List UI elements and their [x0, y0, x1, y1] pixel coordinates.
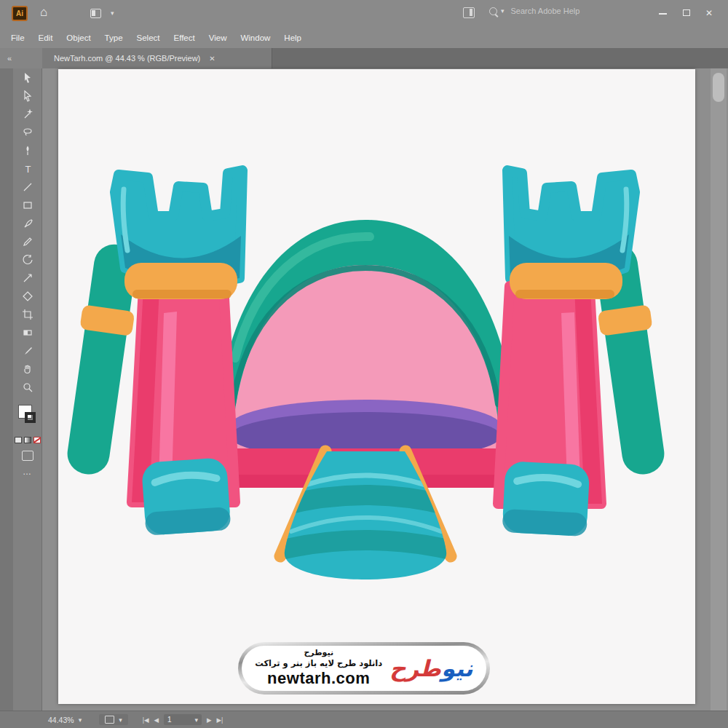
- artboard[interactable]: نیوطرح نیوطرح دانلود طرح لایه باز بنر و …: [58, 69, 695, 704]
- direct-selection-tool[interactable]: [13, 87, 42, 105]
- artboard-caret-icon: ▾: [119, 716, 122, 724]
- next-artboard-button[interactable]: ▶: [207, 716, 212, 724]
- scale-tool-icon: [22, 272, 33, 284]
- lasso-tool-icon: [22, 127, 33, 138]
- rotate-tool-icon: [22, 254, 33, 266]
- artboard-name-dropdown[interactable]: ▾: [99, 714, 128, 725]
- right-foot: [502, 461, 590, 537]
- rectangle-tool-icon: [22, 199, 33, 211]
- workspace-icon[interactable]: [463, 7, 475, 18]
- collapse-icon: «: [7, 54, 12, 63]
- edit-toolbar-icon[interactable]: …: [13, 467, 41, 477]
- color-chip[interactable]: [15, 437, 22, 443]
- rotate-tool[interactable]: [13, 250, 42, 269]
- menu-help[interactable]: Help: [284, 33, 301, 42]
- menu-view[interactable]: View: [209, 33, 227, 42]
- line-segment-tool-icon: [22, 181, 33, 193]
- gradient-tool-icon: [22, 327, 33, 339]
- watermark-logo-red: طرح: [389, 655, 441, 681]
- gradient-chip[interactable]: [24, 437, 31, 443]
- home-icon[interactable]: ⌂: [40, 5, 47, 20]
- previous-artboard-button[interactable]: ◀: [154, 716, 159, 724]
- dock-strip: [0, 68, 13, 711]
- watermark-badge: نیوطرح نیوطرح دانلود طرح لایه باز بنر و …: [238, 642, 490, 695]
- zoom-level-value: 44.43%: [48, 716, 74, 724]
- pen-tool[interactable]: [13, 141, 42, 159]
- gradient-tool[interactable]: [13, 323, 42, 341]
- artboard-number-caret-icon: ▾: [194, 716, 198, 724]
- search-icon: [489, 7, 497, 15]
- artboard-tool-icon: [22, 309, 33, 320]
- zoom-level-dropdown[interactable]: 44.43% ▾: [48, 716, 82, 724]
- document-tab-title: NewTarh.com @ 44.43 % (RGB/Preview): [54, 54, 200, 63]
- menu-effect[interactable]: Effect: [174, 33, 195, 42]
- artboard-icon: [105, 716, 114, 724]
- bounce-house-illustration: [58, 69, 695, 704]
- watermark-text: نیوطرح دانلود طرح لایه باز بنر و تراکت n…: [255, 648, 382, 689]
- eyedropper-tool-icon: [22, 345, 33, 357]
- free-transform-tool-icon: [22, 290, 33, 302]
- artboard-navigation: |◀ ◀ 1 ▾ ▶ ▶|: [143, 714, 223, 725]
- arrange-documents-caret-icon[interactable]: ▾: [111, 9, 114, 17]
- toolbar-collapse[interactable]: «: [0, 48, 42, 68]
- menu-select[interactable]: Select: [137, 33, 160, 42]
- tab-close-icon[interactable]: ✕: [209, 55, 215, 63]
- menu-type[interactable]: Type: [105, 33, 123, 42]
- stroke-swatch[interactable]: [25, 412, 36, 423]
- watermark-logo: نیوطرح: [389, 657, 473, 680]
- search-caret-icon[interactable]: ▾: [501, 7, 505, 15]
- zoom-tool-icon: [22, 381, 33, 393]
- first-artboard-button[interactable]: |◀: [143, 716, 149, 724]
- selection-tool[interactable]: [13, 68, 42, 87]
- svg-text:T: T: [25, 164, 31, 175]
- artboard-number: 1: [167, 716, 172, 724]
- line-segment-tool[interactable]: [13, 178, 42, 196]
- maximize-button[interactable]: [683, 9, 690, 16]
- left-foot: [141, 457, 232, 536]
- rectangle-tool[interactable]: [13, 196, 42, 214]
- lasso-tool[interactable]: [13, 123, 42, 141]
- type-tool-icon: T: [22, 163, 33, 175]
- watermark-title: نیوطرح: [304, 648, 333, 658]
- direct-selection-tool-icon: [22, 90, 33, 102]
- fill-stroke-indicator[interactable]: [13, 402, 42, 432]
- free-transform-tool[interactable]: [13, 287, 42, 305]
- menu-file[interactable]: File: [11, 33, 25, 42]
- artboard-number-field[interactable]: 1 ▾: [164, 714, 202, 725]
- artboard-tool[interactable]: [13, 305, 42, 323]
- workspace-glyph: [470, 9, 472, 16]
- magic-wand-tool[interactable]: [13, 105, 42, 123]
- scale-tool[interactable]: [13, 269, 42, 287]
- minimize-button[interactable]: [659, 13, 667, 15]
- menu-object[interactable]: Object: [66, 33, 90, 42]
- menu-window[interactable]: Window: [240, 33, 270, 42]
- pencil-tool[interactable]: [13, 232, 42, 250]
- illustrator-logo-icon: Ai: [12, 6, 28, 21]
- magic-wand-tool-icon: [22, 108, 33, 120]
- search-placeholder[interactable]: Search Adobe Help: [511, 7, 580, 15]
- vertical-scrollbar-thumb[interactable]: [713, 73, 724, 102]
- eyedropper-tool[interactable]: [13, 341, 42, 360]
- type-tool[interactable]: T: [13, 159, 42, 178]
- menu-edit[interactable]: Edit: [39, 33, 53, 42]
- vertical-scrollbar[interactable]: [711, 68, 727, 711]
- none-chip[interactable]: [33, 437, 41, 443]
- last-artboard-button[interactable]: ▶|: [217, 716, 223, 724]
- status-bar: 44.43% ▾ ▾ |◀ ◀ 1 ▾ ▶ ▶|: [0, 711, 728, 728]
- hand-tool[interactable]: [13, 360, 42, 378]
- watermark-inner: نیوطرح نیوطرح دانلود طرح لایه باز بنر و …: [242, 646, 486, 691]
- selection-tool-icon: [22, 72, 33, 84]
- menu-bar: File Edit Object Type Select Effect View…: [0, 28, 728, 48]
- close-button[interactable]: ✕: [705, 8, 713, 18]
- tools-panel: T …: [13, 68, 42, 711]
- watermark-subtitle: دانلود طرح لایه باز بنر و تراکت: [255, 658, 382, 668]
- arrange-documents-icon[interactable]: [90, 9, 101, 18]
- document-tab[interactable]: NewTarh.com @ 44.43 % (RGB/Preview) ✕: [42, 48, 272, 68]
- paintbrush-tool[interactable]: [13, 214, 42, 232]
- zoom-tool[interactable]: [13, 378, 42, 396]
- title-bar: Ai ⌂ ▾ ▾ Search Adobe Help ✕: [0, 0, 728, 28]
- color-mode-chips: [13, 437, 41, 443]
- draw-mode-icon[interactable]: [22, 451, 33, 461]
- paintbrush-tool-icon: [22, 218, 33, 229]
- search-bar[interactable]: ▾ Search Adobe Help: [489, 7, 579, 15]
